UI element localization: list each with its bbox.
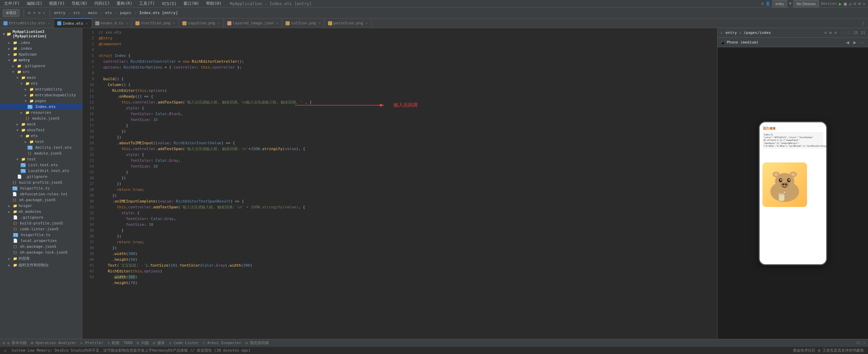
sidebar-item-ohostest[interactable]: ▼ 📁 ohosTest	[0, 127, 82, 133]
sidebar-item-main[interactable]: ▼ 📁 main	[0, 75, 82, 81]
breadcrumb-src[interactable]: src	[73, 11, 80, 15]
breadcrumb-pages[interactable]: pages	[120, 11, 131, 15]
sidebar-item-oh-package2[interactable]: {} oh-package.json5	[0, 244, 82, 249]
tab-pasteicon[interactable]: pasteIcon.png ✕	[325, 19, 372, 28]
menu-tools[interactable]: 工具(T)	[138, 1, 156, 7]
menu-refactor[interactable]: 重构(R)	[115, 1, 134, 7]
status-operation[interactable]: ⊞ Operation Analyzer	[31, 341, 76, 345]
stop-btn[interactable]: ■	[844, 1, 846, 7]
tab-close-entryability[interactable]: ✕	[48, 21, 50, 25]
sidebar-item-module-json5-2[interactable]: {} module.json5	[0, 150, 82, 156]
close-btn[interactable]: ✕	[863, 1, 865, 6]
prev-btn[interactable]: ◀	[845, 39, 851, 46]
status-profiler[interactable]: ▷ Profiler	[81, 341, 103, 345]
tab-close-index[interactable]: ✕	[86, 22, 88, 25]
sidebar-item-obfuscation[interactable]: 📄 obfuscation-rules.txt	[0, 191, 82, 197]
sidebar-item-resources[interactable]: ▶ 📁 resources	[0, 110, 82, 115]
sidebar-item-index[interactable]: ▶ 📁 .index	[0, 46, 82, 51]
more-tabs-btn[interactable]: ⋮	[861, 21, 865, 26]
tab-layered[interactable]: layered_image.json ✕	[224, 19, 282, 28]
menu-code[interactable]: 代码(C)	[93, 1, 111, 7]
sidebar-item-hvigor[interactable]: ▶ 📁 hvigor	[0, 203, 82, 209]
menu-file[interactable]: 文件(F)	[3, 1, 21, 7]
breadcrumb-main[interactable]: main	[88, 11, 97, 15]
preview-info-icon[interactable]: 11	[861, 30, 865, 35]
maximize-btn[interactable]: ⊞	[858, 1, 861, 6]
preview-layout-icon[interactable]: ⊞	[829, 30, 832, 35]
sidebar-item-test-folder[interactable]: ▶ 📁 test	[0, 139, 82, 145]
sidebar-item-gitignore3[interactable]: 📄 .gitignore	[0, 215, 82, 220]
sidebar-item-oh-package-lock[interactable]: {} oh-package-lock.json5	[0, 249, 82, 255]
breadcrumb-entry[interactable]: entry	[54, 11, 65, 15]
settings2-icon[interactable]: ⚙	[38, 11, 40, 15]
preview-more-icon[interactable]: ⚙	[834, 30, 837, 35]
format-icon[interactable]: ⊞	[28, 11, 31, 15]
menu-window[interactable]: 窗口(W)	[182, 1, 201, 7]
code-editor[interactable]: 12345 678910 1112131415 1617181920 21222…	[82, 28, 717, 339]
preview-cols-icon[interactable]: ⋮⋮⋮	[840, 30, 851, 35]
breadcrumb-ets[interactable]: ets	[105, 11, 112, 15]
refresh-btn[interactable]: ↺	[849, 1, 852, 7]
sidebar-item-test[interactable]: ▼ 📁 test	[0, 156, 82, 162]
menu-vcs[interactable]: VCS(S)	[160, 1, 178, 6]
sidebar-item-gitignore2[interactable]: 📄 .gitignore	[0, 174, 82, 180]
status-todo[interactable]: TODO	[123, 341, 133, 345]
sidebar-item-oh-modules[interactable]: ▶ 📁 oh_modules	[0, 209, 82, 215]
tab-cuticon[interactable]: cutIcon.png ✕	[282, 19, 325, 28]
sidebar-item-entry[interactable]: ▼ 📁 entry	[0, 57, 82, 63]
sidebar-item-ability-test[interactable]: TS Ability.test.ets	[0, 145, 82, 150]
tab-close-layered[interactable]: ✕	[276, 21, 278, 25]
align-icon[interactable]: ≡	[33, 11, 36, 15]
sidebar-item-build-profile2[interactable]: {} build-profile.json5	[0, 220, 82, 226]
sidebar-item-mock[interactable]: ▶ 📁 mock	[0, 121, 82, 127]
sidebar-item-local-properties[interactable]: 📄 local.properties	[0, 238, 82, 244]
next-btn[interactable]: ▶	[852, 39, 858, 46]
code-content[interactable]: // xxx.ets @Entry @Component struct Inde…	[96, 28, 717, 339]
sidebar-item-appscope[interactable]: ▶ 📁 AppScope	[0, 51, 82, 57]
new-btn[interactable]: ⊕ 项目	[3, 9, 20, 17]
sidebar-item-entrybackup[interactable]: ▶ 📁 entrybackupability	[0, 92, 82, 98]
sidebar-item-module-json5[interactable]: {} module.json5	[0, 115, 82, 121]
tab-close-pasteicon[interactable]: ✕	[366, 21, 368, 25]
menu-edit[interactable]: 编辑(E)	[25, 1, 44, 7]
code-editor-area[interactable]: 12345 678910 1112131415 1617181920 21222…	[82, 28, 717, 339]
sidebar-item-external[interactable]: ▶ 📁 外部库	[0, 255, 82, 262]
status-check[interactable]: ↕ 检测	[107, 340, 119, 345]
tab-close-copyicon[interactable]: ✕	[218, 21, 220, 25]
no-devices-btn[interactable]: No Devices	[793, 0, 819, 8]
settings-icon[interactable]: ⚙	[761, 1, 764, 6]
sidebar-item-pages[interactable]: ▼ 📁 pages	[0, 98, 82, 104]
sidebar-item-localunit[interactable]: TS LocalUnit.test.ets	[0, 168, 82, 174]
sidebar-item-gitignore-entry[interactable]: ▶ 📁 .gitignore	[0, 63, 82, 69]
run2-icon[interactable]: ▷	[43, 11, 46, 15]
sidebar-item-build-profile[interactable]: {} build-profile.json5	[0, 180, 82, 185]
sidebar-item-scratches[interactable]: ▶ 📁 临时文件和控制台	[0, 262, 82, 268]
menu-view[interactable]: 视图(V)	[48, 1, 66, 7]
more-btn[interactable]: ···	[859, 39, 865, 46]
sidebar-project-header[interactable]: ▼ 📁 MyApplication3 [MyApplication]	[0, 28, 82, 40]
tab-starticon[interactable]: startIcon.png ✕	[132, 19, 179, 28]
status-codelinter[interactable]: ◇ Code Linter	[169, 341, 198, 345]
sidebar-item-ets2[interactable]: ▼ 📁 ets	[0, 133, 82, 139]
menu-nav[interactable]: 导航(N)	[70, 1, 89, 7]
sidebar-item-list-test[interactable]: TS List.test.ets	[0, 162, 82, 168]
tab-entryability[interactable]: EntryAbility.ets ✕	[0, 19, 54, 28]
tab-close-starticon[interactable]: ✕	[173, 21, 175, 25]
tab-close-enums[interactable]: ✕	[126, 21, 128, 25]
tab-close-cuticon[interactable]: ✕	[319, 21, 321, 25]
status-issues[interactable]: ⊡ 问题	[137, 340, 149, 345]
tab-enums[interactable]: enums.d.ts ✕	[92, 19, 132, 28]
tab-copyicon[interactable]: copyIcon.png ✕	[179, 19, 224, 28]
sidebar-item-entryability[interactable]: ▶ 📁 entryability	[0, 86, 82, 92]
run-btn[interactable]: ▶	[839, 1, 842, 7]
sidebar-item-oh-package[interactable]: {} oh-package.json5	[0, 197, 82, 203]
breadcrumb-file[interactable]: Index.ets [entry]	[139, 11, 178, 15]
preview-close-icon[interactable]: 15	[854, 30, 858, 35]
sidebar-item-ets[interactable]: ▼ 📁 ets	[0, 81, 82, 86]
sidebar-item-src[interactable]: ▼ 📁 src	[0, 69, 82, 75]
menu-help[interactable]: 帮助(H)	[205, 1, 223, 7]
status-arkui[interactable]: ☐ Arkui Inspector	[203, 341, 242, 345]
status-basic[interactable]: ◎ ◎ 基本功能	[3, 340, 27, 345]
status-preview-callback[interactable]: ◎ 预览器回调	[245, 340, 269, 345]
preview-settings-icon[interactable]: ≡	[824, 30, 827, 35]
